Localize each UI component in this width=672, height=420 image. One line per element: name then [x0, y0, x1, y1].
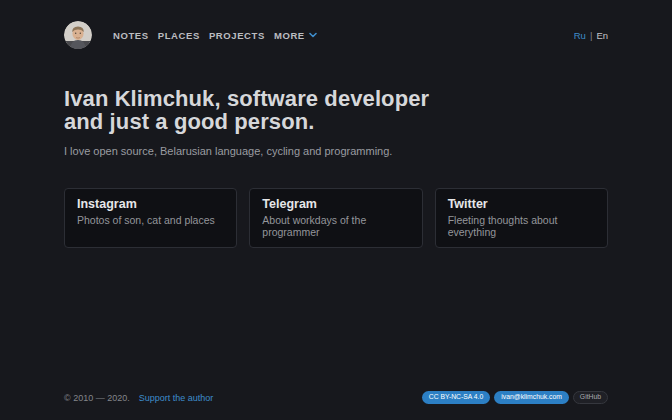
page: NOTES PLACES PROJECTS MORE Ru | En	[0, 0, 672, 420]
language-switcher: Ru | En	[574, 30, 608, 41]
header: NOTES PLACES PROJECTS MORE Ru | En	[64, 21, 608, 49]
card-description: Fleeting thoughts about everything	[448, 214, 595, 238]
page-title-line-1: Ivan Klimchuk, software developer	[64, 87, 608, 110]
email-badge[interactable]: ivan@klimchuk.com	[494, 391, 569, 404]
hero-subtitle: I love open source, Belarusian language,…	[64, 145, 608, 157]
lang-en-current: En	[596, 30, 608, 41]
nav-item-label: MORE	[274, 30, 305, 41]
social-cards: Instagram Photos of son, cat and places …	[64, 188, 608, 248]
nav-item-label: PLACES	[158, 30, 200, 41]
page-title: Ivan Klimchuk, software developer and ju…	[64, 87, 608, 133]
card-description: Photos of son, cat and places	[77, 214, 224, 226]
footer: © 2010 — 2020. Support the author CC BY-…	[64, 391, 608, 404]
avatar-photo	[64, 21, 92, 49]
nav-item-places[interactable]: PLACES	[158, 30, 200, 41]
nav-item-projects[interactable]: PROJECTS	[209, 30, 265, 41]
lang-separator: |	[590, 30, 592, 41]
lang-ru-link[interactable]: Ru	[574, 30, 586, 41]
card-title: Twitter	[448, 197, 595, 211]
nav-item-label: NOTES	[113, 30, 149, 41]
card-description: About workdays of the programmer	[262, 214, 409, 238]
card-title: Instagram	[77, 197, 224, 211]
license-badge[interactable]: CC BY-NC-SA 4.0	[422, 391, 491, 404]
hero: Ivan Klimchuk, software developer and ju…	[64, 87, 608, 157]
page-title-line-2: and just a good person.	[64, 110, 608, 133]
card-twitter[interactable]: Twitter Fleeting thoughts about everythi…	[435, 188, 608, 248]
main-nav: NOTES PLACES PROJECTS MORE	[104, 30, 317, 41]
avatar[interactable]	[64, 21, 92, 49]
github-badge[interactable]: GitHub	[573, 391, 608, 404]
nav-item-notes[interactable]: NOTES	[113, 30, 149, 41]
nav-item-more[interactable]: MORE	[274, 30, 317, 41]
copyright-text: © 2010 — 2020.	[64, 393, 130, 403]
chevron-down-icon	[309, 32, 317, 38]
card-title: Telegram	[262, 197, 409, 211]
nav-item-label: PROJECTS	[209, 30, 265, 41]
support-author-link[interactable]: Support the author	[139, 393, 214, 403]
card-instagram[interactable]: Instagram Photos of son, cat and places	[64, 188, 237, 248]
footer-badges: CC BY-NC-SA 4.0 ivan@klimchuk.com GitHub	[422, 391, 608, 404]
card-telegram[interactable]: Telegram About workdays of the programme…	[249, 188, 422, 248]
